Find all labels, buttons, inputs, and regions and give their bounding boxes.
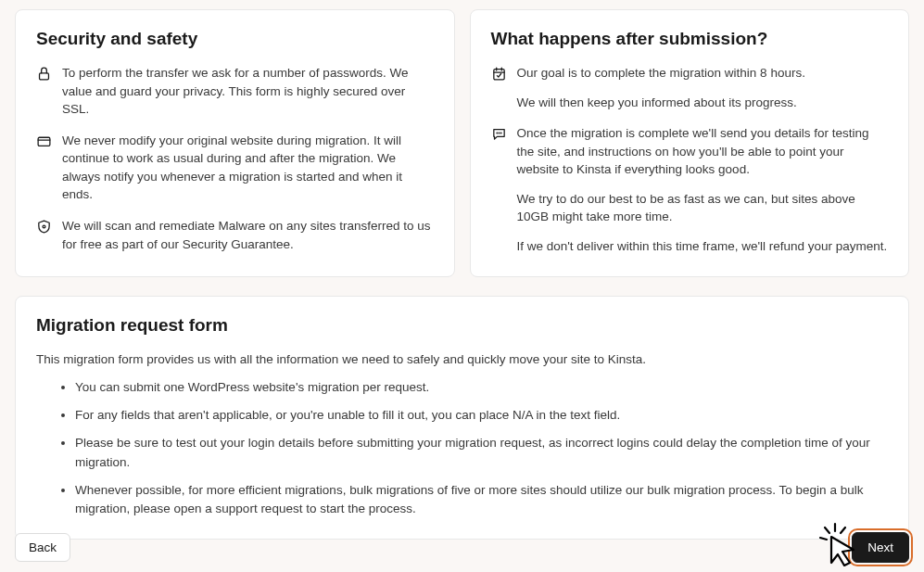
list-item: For any fields that aren't applicable, o…: [75, 406, 888, 425]
form-card-intro: This migration form provides us with all…: [36, 350, 888, 369]
calendar-icon: [491, 64, 517, 82]
card-icon: [36, 132, 62, 149]
form-card-title: Migration request form: [36, 315, 888, 336]
after-submission-card: What happens after submission? Our goal …: [470, 9, 910, 277]
list-item: You can submit one WordPress website's m…: [75, 378, 888, 397]
migration-form-card: Migration request form This migration fo…: [15, 296, 909, 540]
list-item: Please be sure to test out your login de…: [75, 434, 888, 472]
security-item: We never modify your original website du…: [36, 132, 434, 204]
svg-point-9: [499, 133, 500, 133]
security-item: We will scan and remediate Malware on an…: [36, 217, 434, 253]
two-column-row: Security and safety To perform the trans…: [15, 9, 909, 277]
security-item-text: We will scan and remediate Malware on an…: [62, 217, 434, 253]
shield-icon: [36, 217, 62, 235]
lock-icon: [36, 64, 62, 82]
security-item-text: We never modify your original website du…: [62, 132, 434, 204]
security-item: To perform the transfer we ask for a num…: [36, 64, 434, 119]
svg-point-10: [500, 133, 501, 133]
security-item-text: To perform the transfer we ask for a num…: [62, 64, 434, 119]
after-item-text: We try to do our best to be as fast as w…: [517, 190, 889, 226]
svg-rect-0: [40, 73, 49, 80]
after-item-text: Once the migration is complete we'll sen…: [517, 124, 889, 179]
form-card-bullets: You can submit one WordPress website's m…: [36, 378, 888, 519]
svg-rect-1: [38, 137, 50, 146]
after-item-text: Our goal is to complete the migration wi…: [517, 64, 889, 83]
after-item-body: Once the migration is complete we'll sen…: [517, 124, 889, 255]
security-card-title: Security and safety: [36, 29, 434, 49]
footer-bar: Back Next: [0, 532, 924, 564]
back-button[interactable]: Back: [15, 533, 70, 563]
chat-icon: [491, 124, 517, 142]
content-wrap: Security and safety To perform the trans…: [0, 0, 924, 540]
after-item: Our goal is to complete the migration wi…: [491, 64, 889, 111]
after-item-body: Our goal is to complete the migration wi…: [517, 64, 889, 111]
after-card-title: What happens after submission?: [491, 29, 889, 49]
svg-point-3: [43, 225, 45, 228]
svg-rect-4: [493, 70, 503, 80]
after-item-text: We will then keep you informed about its…: [517, 94, 889, 112]
after-item-text: If we don't deliver within this time fra…: [517, 237, 889, 256]
after-item: Once the migration is complete we'll sen…: [491, 124, 889, 255]
list-item: Whenever possible, for more efficient mi…: [75, 481, 888, 519]
svg-point-8: [497, 133, 498, 133]
next-button[interactable]: Next: [852, 532, 909, 564]
security-card: Security and safety To perform the trans…: [15, 9, 455, 277]
